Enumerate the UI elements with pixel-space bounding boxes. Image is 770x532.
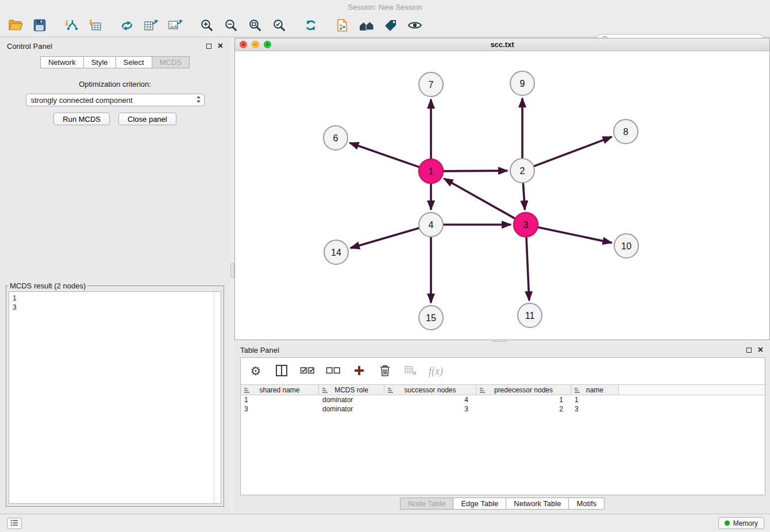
export-network-button[interactable] xyxy=(115,16,139,36)
sort-icon xyxy=(479,387,486,394)
tab-edge-table[interactable]: Edge Table xyxy=(453,498,506,510)
app-title: Session: New Session xyxy=(348,3,422,11)
delete-column-button[interactable] xyxy=(377,363,393,379)
tab-network-table[interactable]: Network Table xyxy=(506,498,569,510)
refresh-icon xyxy=(304,18,318,34)
status-bar: Memory xyxy=(0,514,770,532)
tab-style[interactable]: Style xyxy=(84,56,116,68)
show-columns-button[interactable] xyxy=(274,363,290,379)
close-table-panel-icon[interactable]: × xyxy=(758,345,763,354)
deselect-all-button[interactable] xyxy=(325,363,341,379)
table-body: 1dominator4113dominator323 xyxy=(241,395,765,414)
unchecked-boxes-icon xyxy=(326,365,341,377)
close-panel-icon[interactable]: × xyxy=(218,41,223,51)
close-panel-button[interactable]: Close panel xyxy=(118,113,176,125)
add-column-button[interactable] xyxy=(351,363,367,379)
toggle-visibility-button[interactable] xyxy=(403,16,427,36)
stepper-icon xyxy=(196,95,201,105)
table-cell[interactable]: 3 xyxy=(571,404,619,414)
table-cell[interactable]: 2 xyxy=(476,404,571,414)
mcds-result-text: 1 3 xyxy=(9,292,213,503)
optimization-criterion-select[interactable]: strongly connected component xyxy=(26,94,205,106)
table-panel-title: Table Panel xyxy=(240,346,746,354)
table-cell[interactable]: 3 xyxy=(241,404,319,414)
minimize-window-button[interactable]: − xyxy=(252,41,259,48)
table-settings-button[interactable]: ⚙ xyxy=(248,363,264,379)
control-panel-header: Control Panel × xyxy=(0,38,230,54)
apply-layout-button[interactable] xyxy=(299,16,323,36)
graph-edge-1-2[interactable] xyxy=(442,171,507,171)
graph-edge-2-8[interactable] xyxy=(533,137,612,167)
table-cell[interactable]: 1 xyxy=(571,395,619,404)
tab-network[interactable]: Network xyxy=(40,56,84,68)
close-window-button[interactable]: × xyxy=(240,41,247,48)
mcds-result-title: MCDS result (2 nodes) xyxy=(8,282,87,290)
column-header-predecessor-nodes[interactable]: predecessor nodes xyxy=(476,385,571,395)
columns-icon xyxy=(275,364,288,379)
column-header-filler xyxy=(619,385,765,395)
tab-node-table[interactable]: Node Table xyxy=(400,498,454,510)
run-mcds-button[interactable]: Run MCDS xyxy=(53,113,110,125)
tab-motifs[interactable]: Motifs xyxy=(569,498,605,510)
graph-edge-3-10[interactable] xyxy=(537,227,612,242)
open-file-button[interactable] xyxy=(3,16,28,36)
network-file-button[interactable] xyxy=(330,16,355,36)
zoom-selected-button[interactable] xyxy=(267,16,291,36)
import-table-button[interactable] xyxy=(83,16,107,36)
float-table-panel-icon[interactable] xyxy=(746,348,752,353)
graph-edge-2-3[interactable] xyxy=(523,182,525,210)
zoom-out-button[interactable] xyxy=(219,16,243,36)
graph-edge-1-6[interactable] xyxy=(350,143,421,168)
table-cell[interactable]: 1 xyxy=(476,395,571,404)
select-all-button[interactable] xyxy=(299,363,315,379)
table-row[interactable]: 1dominator411 xyxy=(241,395,765,404)
mcds-result-box[interactable]: 1 3 xyxy=(9,291,221,504)
column-header-successor-nodes[interactable]: successor nodes xyxy=(384,385,476,395)
zoom-fit-button[interactable] xyxy=(243,16,267,36)
home-button[interactable] xyxy=(355,16,379,36)
table-cell[interactable]: dominator xyxy=(319,395,384,404)
graph-node-label-3: 3 xyxy=(523,220,529,230)
tab-mcds[interactable]: MCDS xyxy=(152,56,190,68)
table-cell[interactable]: 3 xyxy=(384,404,476,414)
column-header-MCDS-role[interactable]: MCDS role xyxy=(319,385,384,395)
graph-edge-3-1[interactable] xyxy=(444,179,516,219)
save-icon xyxy=(33,19,46,33)
mcds-result-group: MCDS result (2 nodes) 1 3 xyxy=(6,282,224,507)
network-file-icon xyxy=(336,18,349,34)
vertical-split-handle[interactable] xyxy=(230,263,234,278)
table-cell[interactable]: 4 xyxy=(384,395,476,404)
graph-node-label-11: 11 xyxy=(525,311,535,321)
export-table-button[interactable] xyxy=(139,16,163,36)
network-canvas[interactable]: 7968124314101511 xyxy=(235,51,769,340)
column-header-shared-name[interactable]: shared name xyxy=(241,385,319,395)
table-toolbar: ⚙ f(x) xyxy=(241,358,765,384)
task-history-button[interactable] xyxy=(7,518,22,529)
import-network-button[interactable] xyxy=(59,16,83,36)
table-row[interactable]: 3dominator323 xyxy=(241,404,765,414)
sort-icon xyxy=(574,387,580,394)
node-table-container: ⚙ f(x) shared nameMCDS rolesuccessor nod… xyxy=(240,357,765,495)
graph-edge-3-11[interactable] xyxy=(526,236,529,300)
network-graph[interactable]: 7968124314101511 xyxy=(235,51,769,340)
home-icon xyxy=(359,19,375,33)
save-session-button[interactable] xyxy=(28,16,52,36)
memory-status-icon xyxy=(725,521,730,526)
table-cell[interactable]: 1 xyxy=(241,395,319,404)
memory-button[interactable]: Memory xyxy=(718,517,764,529)
network-arrows-icon xyxy=(120,18,134,34)
fx-icon: f(x) xyxy=(429,365,443,377)
maximize-window-button[interactable]: + xyxy=(264,41,271,48)
float-panel-icon[interactable] xyxy=(206,44,211,49)
table-cell[interactable]: dominator xyxy=(319,404,384,414)
tab-select[interactable]: Select xyxy=(116,56,152,68)
sort-icon xyxy=(387,387,394,394)
label-button[interactable] xyxy=(379,16,403,36)
optimization-criterion-label: Optimization criterion: xyxy=(0,80,230,88)
network-window-titlebar[interactable]: × − + scc.txt xyxy=(235,38,769,51)
graph-edge-4-14[interactable] xyxy=(351,228,420,248)
zoom-in-button[interactable] xyxy=(195,16,219,36)
export-image-button[interactable] xyxy=(163,16,187,36)
column-header-name[interactable]: name xyxy=(571,385,619,395)
result-scrollbar[interactable] xyxy=(214,292,221,503)
